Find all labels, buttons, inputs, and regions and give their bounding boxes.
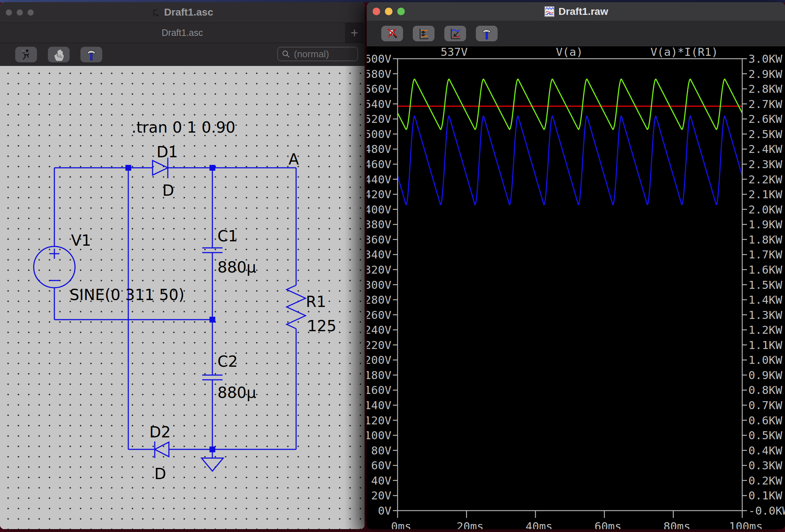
label-node-a[interactable]: A [288,150,299,168]
tools-button[interactable] [80,47,102,62]
zoom-button[interactable] [28,9,34,16]
y-axis-label-left: 560V [367,82,391,95]
y-axis-label-left: 220V [367,338,391,352]
x-axis-label: 40ms [526,520,553,529]
y-axis-label-right: 1.9KW [748,218,782,231]
search-input[interactable] [293,48,354,60]
waveform-toolbar [367,21,785,46]
y-axis-label-left: 0V [378,504,391,517]
y-axis-label-left: 180V [367,369,391,382]
component-capacitor-c2[interactable] [202,375,223,380]
x-axis-label: 0ms [391,520,411,529]
waveform-titlebar[interactable]: Draft1.raw [367,2,785,21]
minimize-button[interactable] [17,9,23,16]
search-icon [282,50,290,58]
y-axis-label-left: 160V [367,383,391,396]
x-axis-label: 100ms [729,520,763,529]
component-diode-d2[interactable] [155,441,169,458]
waveform-plot-area[interactable]: 537VV(a)V(a)*I(R1)600V3.0KW580V2.9KW560V… [367,46,785,529]
label-c1-ref[interactable]: C1 [217,227,238,245]
label-r1-value[interactable]: 125 [307,317,336,335]
legend-537V[interactable]: 537V [441,46,468,58]
y-axis-label-right: 0.5KW [748,429,782,442]
legend-V(a)*I(R1)[interactable]: V(a)*I(R1) [651,46,718,58]
zoom-button[interactable] [397,8,405,15]
y-axis-label-right: 2.7KW [748,97,782,111]
y-axis-label-right: 3.0KW [748,52,782,65]
window-controls [6,2,34,22]
y-axis-label-right: 0.4KW [748,444,782,457]
x-axis-label: 60ms [594,520,622,529]
pan-hand-icon [53,49,65,61]
junction [125,165,131,171]
schematic-window: Draft1.asc Draft1.asc + [0,2,365,529]
new-tab-button[interactable]: + [345,23,364,43]
label-d2-ref[interactable]: D2 [149,423,171,441]
y-axis-label-left: 240V [367,323,391,336]
hammer-icon [85,49,97,61]
junction [209,165,215,171]
label-d1-value[interactable]: D [162,182,174,199]
zoom-off-icon [386,28,399,40]
y-axis-label-right: 2.3KW [748,158,782,171]
schematic-toolbar [0,43,365,66]
label-d1-ref[interactable]: D1 [157,143,178,161]
minimize-button[interactable] [385,8,392,15]
y-axis-label-left: 520V [367,112,391,125]
label-c1-value[interactable]: 880µ [217,258,256,276]
y-axis-label-left: 400V [367,203,391,216]
run-button[interactable] [15,47,37,62]
waveform-doc-icon [544,6,555,17]
plot-settings-button[interactable] [444,26,466,41]
window-title: Draft1.asc [164,7,213,18]
search-field[interactable] [277,47,358,61]
label-c2-ref[interactable]: C2 [217,353,238,370]
y-axis-label-right: 2.0KW [748,203,782,216]
x-axis-label: 80ms [663,520,690,529]
pan-button[interactable] [48,47,70,62]
y-axis-label-right: 1.5KW [748,278,782,291]
y-axis-label-right: 2.4KW [748,142,782,155]
y-axis-label-right: 1.6KW [748,263,782,276]
label-v1-value[interactable]: SINE(0 311 50) [70,286,184,304]
close-button[interactable] [6,9,12,16]
y-axis-label-right: 1.7KW [748,248,782,261]
y-axis-label-left: 320V [367,263,391,276]
schematic-titlebar[interactable]: Draft1.asc [0,2,365,22]
schematic-canvas[interactable]: .tran 0 1 0.90 D1 D A V1 SINE(0 311 50) … [0,66,365,529]
y-axis-label-right: 0.8KW [748,383,782,396]
wire-net[interactable] [54,168,296,458]
y-axis-label-right: 2.9KW [748,67,782,80]
autorange-y-button[interactable] [413,26,435,41]
component-resistor-r1[interactable] [287,285,306,329]
y-axis-label-right: 0.6KW [748,414,782,427]
component-voltage-source-v1[interactable] [34,246,75,288]
y-axis-label-right: 2.6KW [748,112,782,125]
tools-button[interactable] [476,26,498,41]
y-axis-label-left: 260V [367,308,391,321]
tab-draft1-asc[interactable]: Draft1.asc [162,28,203,38]
waveform-window: Draft1.raw [367,2,785,529]
label-r1-ref[interactable]: R1 [306,293,326,311]
label-v1-ref[interactable]: V1 [71,232,91,249]
tab-bar: Draft1.asc + [0,22,365,43]
y-axis-label-left: 580V [367,67,391,80]
y-axis-label-left: 440V [367,173,391,186]
label-c2-value[interactable]: 880µ [217,384,256,402]
trace-V(a) [398,79,742,129]
y-axis-label-left: 120V [367,414,391,427]
y-axis-label-right: 2.2KW [748,173,782,186]
y-axis-label-left: 280V [367,293,391,306]
y-axis-label-left: 140V [367,399,391,412]
zoom-off-button[interactable] [381,26,403,41]
spice-directive[interactable]: .tran 0 1 0.90 [132,119,235,136]
legend-V(a)[interactable]: V(a) [556,46,583,58]
y-axis-label-right: -0.0KW [748,504,785,517]
ground-symbol[interactable] [202,458,223,471]
y-axis-label-left: 600V [367,52,391,65]
component-capacitor-c1[interactable] [202,248,223,253]
y-axis-label-left: 300V [367,278,391,291]
label-d2-value[interactable]: D [154,465,166,483]
close-button[interactable] [373,8,380,15]
y-axis-label-right: 2.8KW [748,82,782,95]
